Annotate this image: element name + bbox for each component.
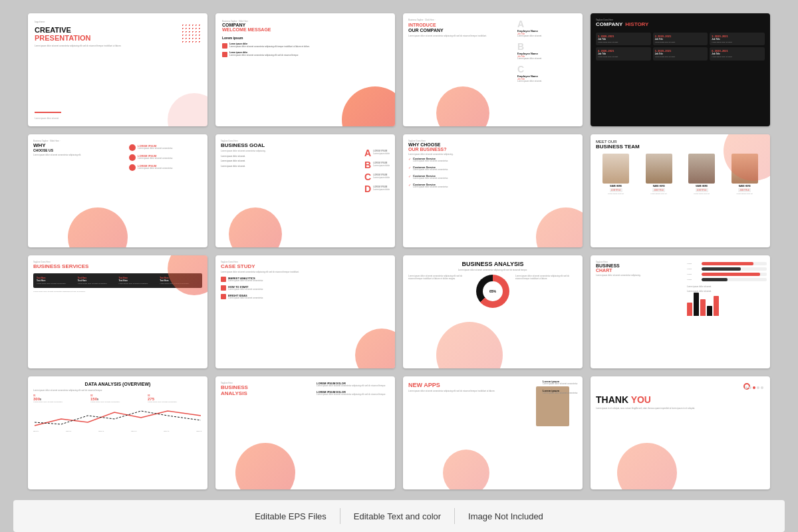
slide-16: THANK YOU Lorem ipsum in et volutpat, nu… — [591, 376, 770, 489]
slide4-desc-3: Lorem ipsum dolor sit amet. — [712, 41, 763, 43]
slide12-bar-4: Lorem — [687, 278, 767, 281]
slide12-bar1-track — [702, 262, 767, 265]
slide3-circle-decoration — [436, 86, 489, 126]
slide-2: Business Tagline · Slide Here · COMPANY … — [215, 13, 395, 126]
slide13-line-chart — [33, 406, 202, 429]
slide12-chart-bars — [687, 296, 767, 316]
slide16-dot-4 — [757, 386, 759, 389]
slide6-letter-d: D LOREM IPSUMLorem ipsum dolor — [364, 184, 390, 194]
slide6-letter-c-text: LOREM IPSUMLorem ipsum dolor — [373, 174, 390, 180]
slide10-circle-decoration — [355, 329, 395, 368]
slide13-x1: DETAIL — [33, 430, 39, 432]
slide-6: TagLine Goes Here BUSINESS GOAL Lorem ip… — [215, 134, 395, 247]
slide7-svc2-content: Customer Service Lorem ipsum dolor sit a… — [413, 166, 448, 172]
slide5-feat3-content: LOREM IPSUM Lorem ipsum dolor sit amet c… — [138, 164, 173, 170]
slide10-item3-content: BRIGHT IDEAS Lorem ipsum dolor sit amet … — [228, 294, 263, 300]
slide7-lorem: Lorem ipsum dolor sit amet consectetur a… — [408, 153, 577, 156]
slide10-item2-content: HOW TO START Lorem ipsum dolor sit amet … — [228, 285, 263, 291]
slide12-chart-bar-5 — [714, 296, 719, 316]
slide6-letter-c-char: C — [364, 172, 371, 182]
slide-14: TagLine Here BUSINESS ANALYSIS LOREM IPS… — [215, 376, 395, 489]
slide14-lorem2-desc: Lorem ipsum dolor sit amet consectetur a… — [317, 394, 390, 396]
slide12-bar2-fill — [702, 267, 741, 271]
slide5-feat1-icon — [129, 144, 136, 151]
slide16-dot-2 — [749, 386, 751, 389]
slide10-item-2: HOW TO START Lorem ipsum dolor sit amet … — [221, 285, 390, 291]
slide2-circle-decoration — [342, 86, 395, 126]
slide13-stat-1: 01 300S Lorem ipsum dolor sit amet conse… — [33, 394, 88, 403]
slide9-svc1-head: Text Here — [37, 279, 76, 282]
slide12-bar3-track — [702, 273, 767, 276]
slide3-emp-desc-c: Lorem ipsum dolor sit amet. — [517, 80, 577, 83]
slide6-letter-b: B LOREM IPSUMLorem ipsum dolor — [364, 160, 390, 170]
slide5-feat1-desc: Lorem ipsum dolor sit amet consectetur. — [138, 148, 173, 150]
slide8-member3-name: NAME HERE — [682, 185, 722, 188]
slide10-item3-icon — [221, 294, 226, 299]
slide11-title: BUSINESS ANALYSIS — [408, 261, 577, 267]
slide5-features: LOREM IPSUM Lorem ipsum dolor sit amet c… — [129, 144, 202, 174]
slide16-dot-5 — [761, 386, 763, 389]
slides-grid: logohere CREATIVE PRESENTATION Lorem ips… — [28, 13, 770, 489]
slide5-feat-1: LOREM IPSUM Lorem ipsum dolor sit amet c… — [129, 144, 202, 151]
slide8-member2-name: NAME HERE — [639, 185, 680, 188]
slide5-feat1-content: LOREM IPSUM Lorem ipsum dolor sit amet c… — [138, 144, 173, 150]
slide3-emp-c: C Employee Name Job Title Lorem ipsum do… — [517, 64, 577, 83]
slide3-emp-b: B Employee Name Job Title Lorem ipsum do… — [517, 41, 577, 61]
slide5-feat-2: LOREM IPSUM Lorem ipsum dolor sit amet c… — [129, 154, 202, 161]
slide13-x4: DETAIL — [131, 430, 137, 432]
slide6-letter-a-text: LOREM IPSUMLorem ipsum dolor — [373, 150, 390, 156]
slide12-bar-1: Lorem — [687, 262, 767, 265]
slide11-left-text: Lorem ipsum dolor sit amet consectetur a… — [408, 275, 470, 308]
slide11-content: Lorem ipsum dolor sit amet consectetur a… — [408, 275, 577, 308]
slide1-logo: logohere — [35, 20, 201, 23]
slide-12: TagLine Here BUSINESS CHART Lorem ipsum … — [591, 255, 770, 368]
slide10-item1-content: MARKET ANALYTICS Lorem ipsum dolor sit a… — [228, 277, 263, 283]
slide1-bottom: Lorem ipsum dolor sit amet — [35, 117, 59, 120]
slide5-feat3-desc: Lorem ipsum dolor sit amet consectetur. — [138, 168, 173, 170]
slide2-item1-desc: Lorem ipsum dolor sit amet consectetur a… — [229, 46, 310, 49]
slide7-check-2: ✓ — [408, 166, 411, 170]
slide2-item2-icon — [222, 52, 227, 57]
slide5-feat2-content: LOREM IPSUM Lorem ipsum dolor sit amet c… — [138, 154, 173, 160]
slide3-letter-a: A — [517, 19, 577, 29]
slide7-circle-decoration — [536, 207, 583, 247]
slide13-x-labels: DETAIL DETAIL DETAIL DETAIL DETAIL DETAI… — [33, 430, 202, 432]
slide13-desc: Lorem ipsum dolor sit amet consectetur a… — [33, 389, 202, 392]
slide12-item-text: Lorem ipsum dolor sit amet. Lorem ipsum … — [687, 285, 767, 293]
slide8-member1-title: JOB TITLE — [610, 188, 622, 192]
slide10-items: MARKET ANALYTICS Lorem ipsum dolor sit a… — [221, 277, 390, 300]
slide8-member4-title: JOB TITLE — [738, 188, 751, 192]
slide8-member3-title: JOB TITLE — [696, 188, 708, 192]
slide9-svc2-desc: Lorem ipsum dolor sit amet consectetur. — [78, 283, 117, 285]
slide2-item2: Lorem ipsum dolor Lorem ipsum dolor sit … — [222, 52, 388, 57]
slide13-stat1-desc: Lorem ipsum dolor sit amet consectetur. — [33, 401, 88, 403]
slide4-title-4: Job Title — [598, 53, 649, 55]
slide9-svc-3: Text Here Text Here Lorem ipsum dolor si… — [119, 277, 158, 285]
slide12-bar2-track — [702, 267, 767, 271]
slide12-chart-visual — [687, 296, 767, 316]
slide10-item3-desc: Lorem ipsum dolor sit amet consectetur. — [228, 297, 263, 300]
slide11-circle-decoration — [436, 322, 503, 368]
slide7-svc3-content: Customer Service Lorem ipsum dolor sit a… — [413, 174, 448, 180]
slide3-letter-b: B — [517, 41, 577, 52]
slide4-desc-1: Lorem ipsum dolor sit amet. — [598, 41, 649, 43]
slide12-bar4-track — [702, 278, 767, 281]
slide12-chart-bar-2 — [694, 293, 699, 316]
slide-1: logohere CREATIVE PRESENTATION Lorem ips… — [28, 13, 207, 126]
slide8-member-1: NAME HERE JOB TITLE Lorem ipsum dolor si… — [596, 154, 636, 195]
slide7-svc-3: ✓ Customer Service Lorem ipsum dolor sit… — [408, 174, 577, 180]
slide4-history-grid: 1. 2020–2021 Job Title Lorem ipsum dolor… — [596, 33, 765, 61]
slide-15: NEW APPS Lorem ipsum dolor sit amet cons… — [403, 376, 583, 489]
slide13-x6: DETAIL — [196, 430, 202, 432]
slide13-stats: 01 300S Lorem ipsum dolor sit amet conse… — [33, 394, 202, 403]
slide-10: TagLine Goes Here CASE STUDY Lorem ipsum… — [215, 255, 395, 368]
slide12-bar3-label: Lorem — [687, 273, 700, 275]
slide8-member3-desc: Lorem ipsum dolor sit. — [682, 193, 722, 195]
slide3-emp-desc-a: Lorem ipsum dolor sit amet. — [517, 35, 577, 38]
slide11-desc: Lorem ipsum dolor sit amet consectetur a… — [408, 269, 577, 271]
slide7-svc1-desc: Lorem ipsum dolor sit amet consectetur. — [413, 160, 448, 163]
footer-divider-2 — [454, 508, 455, 524]
slide15-ri-2: Lorem ipsum Lorem ipsum dolor sit amet c… — [543, 389, 579, 395]
slide8-member-2: NAME HERE JOB TITLE Lorem ipsum dolor si… — [639, 154, 680, 195]
slide4-hist-1: 1. 2020–2021 Job Title Lorem ipsum dolor… — [596, 33, 651, 45]
